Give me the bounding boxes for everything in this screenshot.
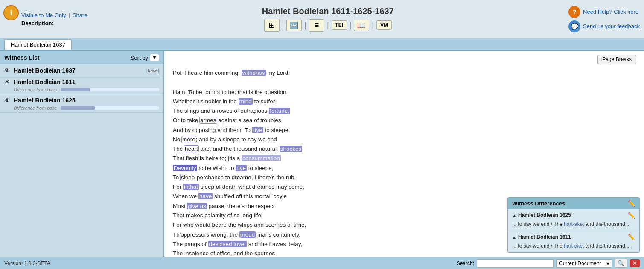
witness-list-header: Witness List Sort by ▼ (0, 51, 163, 64)
diff-bar-1625 (61, 106, 95, 110)
witness-diff-edit-icon[interactable]: ✏️ (628, 200, 635, 207)
toolbar-btn-align[interactable]: ≡ (309, 19, 324, 32)
sort-dropdown-btn[interactable]: ▼ (150, 54, 159, 61)
top-bar: i Visible to Me Only | Share Description… (0, 0, 644, 38)
diff-section-1611: ▲ Hamlet Bodleian 1611 ✏️ ... to say we … (508, 231, 639, 252)
toolbar-sep-5: | (371, 21, 375, 30)
triangle-icon-1625: ▲ (512, 213, 516, 218)
diff-label-1611: Difference from base (14, 87, 57, 92)
description-label: Description: (21, 20, 54, 26)
highlight-dye1: dye (252, 127, 263, 133)
highlight-give-us: give us (187, 203, 207, 209)
eye-icon-1637[interactable]: 👁 (4, 67, 10, 74)
toolbar-btn-book[interactable]: 📖 (354, 20, 369, 31)
eye-icon-1625[interactable]: 👁 (4, 97, 10, 104)
toolbar-btn-tei[interactable]: TEI (332, 20, 347, 30)
sort-by-area: Sort by ▼ (131, 54, 159, 61)
text-line-1: Pol. I heare him comming, withdraw my Lo… (173, 68, 635, 78)
witness-item-1637: 👁 Hamlet Bodleian 1637 [base] (0, 64, 163, 76)
text-line-11: Devoutly to be wisht, to dye to sleepe, (173, 164, 635, 173)
diff-section-1625: ▲ Hamlet Bodleian 1625 ✏️ ... to say we … (508, 209, 639, 231)
diff-bar-1611 (61, 88, 90, 91)
main-layout: Witness List Sort by ▼ 👁 Hamlet Bodleian… (0, 51, 644, 257)
search-input[interactable] (477, 259, 554, 268)
highlight-armes: armes (200, 117, 217, 123)
diff-section-name-1611: Hamlet Bodleian 1611 (518, 234, 571, 240)
witness-diff-title-label: Witness Differences (512, 200, 565, 207)
text-line-8: No more; and by a sleepe to say we end (173, 135, 635, 144)
diff-text-1625: ... to say we end / The hart-ake, and th… (512, 220, 635, 228)
search-label: Search: (457, 260, 474, 266)
feedback-label: Send us your feedback (583, 23, 640, 29)
text-line-6: Or to take armes against a sea of troubl… (173, 116, 635, 125)
help-icon: ? (568, 6, 580, 18)
highlight-dye2: dye (236, 165, 247, 171)
search-scope-dropdown[interactable]: Current Document All Documents (556, 259, 612, 268)
diff-link-hartake-1625[interactable]: hart-ake (564, 221, 583, 227)
text-line-10: That flesh is heire to; |tis a consummat… (173, 154, 635, 163)
base-tag-1637: [base] (146, 68, 159, 73)
highlight-have: have (198, 193, 213, 199)
toolbar-sep-1: | (281, 21, 285, 30)
highlight-shockes: shockes (280, 146, 303, 152)
help-label: Need Help? Click here (583, 9, 638, 15)
highlight-inthat: inthat (183, 184, 199, 190)
diff-section-title-1625: ▲ Hamlet Bodleian 1625 ✏️ (512, 212, 635, 219)
text-line-5: The slings and arrowes of outragious for… (173, 106, 635, 116)
diff-text-1611: ... to say we end / The hart-ake, and th… (512, 242, 635, 250)
top-right: ? Need Help? Click here 💬 Send us your f… (568, 6, 640, 32)
witness-item-1625: 👁 Hamlet Bodleian 1625 Difference from b… (0, 94, 163, 113)
eye-icon-1611[interactable]: 👁 (4, 79, 10, 85)
toolbar-sep-4: | (349, 21, 353, 30)
diff-section-title-1611: ▲ Hamlet Bodleian 1611 ✏️ (512, 234, 635, 240)
diff-row-1611: Difference from base (4, 87, 159, 92)
tab-bar: Hamlet Bodleian 1637 (0, 38, 644, 51)
search-submit-btn[interactable]: 🔍 (615, 259, 627, 268)
search-close-btn[interactable]: ✕ (630, 259, 640, 267)
feedback-icon: 💬 (568, 20, 580, 32)
toolbar-btn-layout[interactable]: ⊞ (264, 19, 280, 32)
share-label[interactable]: Share (73, 12, 87, 18)
highlight-more: more (182, 136, 196, 143)
toolbar-btn-vm[interactable]: VM (376, 20, 392, 30)
sort-by-label: Sort by (131, 55, 148, 61)
highlight-fortune: fortune, (269, 108, 290, 114)
diff-label-1625: Difference from base (14, 105, 57, 111)
highlight-despised-love: despised love, (208, 241, 247, 247)
highlight-sleep1: sleep (181, 174, 195, 181)
sidebar: Witness List Sort by ▼ 👁 Hamlet Bodleian… (0, 51, 164, 257)
page-breaks-btn[interactable]: Page Breaks (597, 55, 636, 64)
text-line-3: Ham. To be, or not to be, that is the qu… (173, 88, 635, 97)
diff-bar-container-1625 (61, 106, 159, 110)
status-bar: Version: 1.8.3-BETA Search: Current Docu… (0, 257, 644, 269)
text-line-13: For inthat sleep of death what dreames m… (173, 182, 635, 192)
visible-to-me-label[interactable]: Visible to Me Only (21, 12, 66, 18)
tab-hamlet-1637[interactable]: Hamlet Bodleian 1637 (4, 39, 72, 50)
text-line-blank (173, 78, 635, 87)
content-area[interactable]: Page Breaks Pol. I heare him comming, wi… (164, 51, 644, 257)
witness-diff-title: Witness Differences ✏️ (508, 198, 639, 209)
witness-name-1637: Hamlet Bodleian 1637 (14, 67, 76, 74)
diff-section-name-1625: Hamlet Bodleian 1625 (518, 212, 571, 218)
diff-link-hartake-1611[interactable]: hart-ake (564, 243, 583, 249)
text-line-7: And by opposing end them: To dye to slee… (173, 126, 635, 135)
highlight-proud: proud (239, 231, 256, 238)
search-doc-wrapper: Current Document All Documents ▼ (556, 259, 612, 268)
help-link[interactable]: ? Need Help? Click here (568, 6, 638, 18)
diff-section-pencil-1611[interactable]: ✏️ (628, 234, 635, 240)
text-line-9: The heart-ake, and the thousand naturall… (173, 144, 635, 154)
highlight-heart: heart (184, 146, 198, 152)
toolbar-sep-2: | (303, 21, 307, 30)
diff-bar-container-1611 (61, 88, 159, 91)
search-area: Search: Current Document All Documents ▼… (457, 259, 640, 268)
info-icon: i (3, 5, 19, 20)
toolbar-icons: ⊞ | 🔤 | ≡ | TEI | 📖 | VM (264, 19, 392, 32)
highlight-devoutly: Devoutly (173, 165, 197, 171)
feedback-link[interactable]: 💬 Send us your feedback (568, 20, 640, 32)
witness-list-title: Witness List (4, 54, 39, 61)
app-title: Hamlet Bodleian 1611-1625-1637 (262, 6, 394, 16)
diff-section-pencil-1625[interactable]: ✏️ (628, 212, 635, 219)
witness-name-1611: Hamlet Bodleian 1611 (14, 79, 76, 85)
toolbar-btn-text[interactable]: 🔤 (286, 20, 302, 31)
diff-row-1625: Difference from base (4, 105, 159, 111)
